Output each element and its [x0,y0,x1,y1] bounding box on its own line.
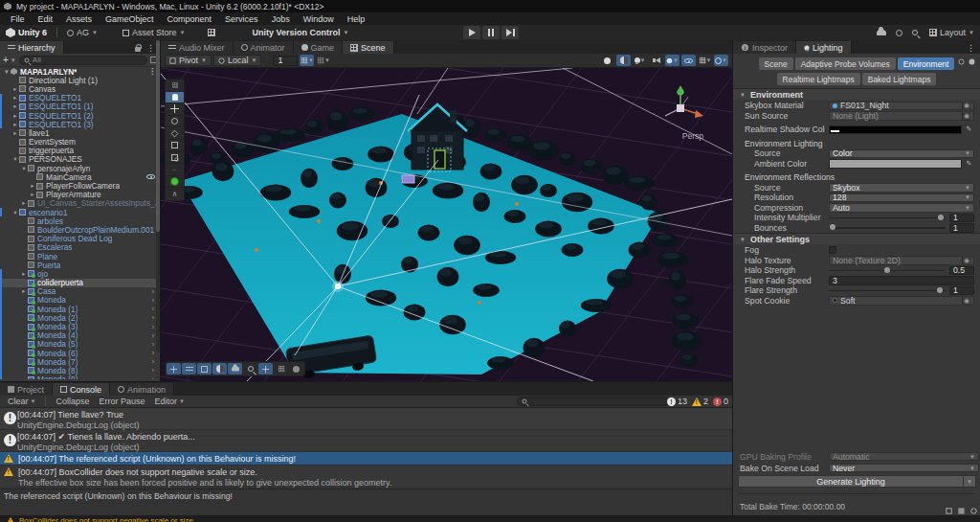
hierarchy-item[interactable]: EventSystem [0,138,160,147]
hierarchy-item[interactable]: ▸UI_Canvas_StarterAssetsInputs_Joysti [0,199,160,208]
add-gameobject-button[interactable]: +▼ [3,55,16,65]
hierarchy-item[interactable]: Moneda (9)› [0,375,160,379]
error-pause-button[interactable]: Error Pause [96,397,149,407]
pivot-dropdown[interactable]: Pivot ▼ [165,55,212,66]
hierarchy-item[interactable]: Moneda (8)› [0,366,160,374]
2d-toggle-icon[interactable] [616,55,631,66]
shading-mode-icon[interactable] [600,55,614,66]
hierarchy-item[interactable]: Plane [0,252,160,261]
other-settings-header[interactable]: ▾Other Settings [733,234,980,244]
kebab-menu-icon[interactable]: ⋮ [967,43,975,53]
hierarchy-item[interactable]: Moneda (4)› [0,331,160,340]
mode-tab-baked-lightmaps[interactable]: Baked Lightmaps [862,73,937,85]
console-message[interactable]: [00:44:07] The referenced script (Unknow… [0,452,732,465]
grid-size-field[interactable]: 1 [273,56,298,66]
eyedropper-icon[interactable]: ✎ [964,159,974,169]
view-hand-tool[interactable] [166,92,184,104]
layout-dropdown[interactable]: Layout ▼ [927,26,976,39]
orientation-gizmo[interactable] [656,83,705,133]
expand-arrow-icon[interactable]: ▸ [29,191,36,198]
object-picker-icon[interactable]: ◉ [962,102,970,110]
console-message[interactable]: ![00:44:07] ✔ Tienes la llave. Abriendo … [0,430,732,452]
console-message[interactable]: ![00:44:07] Tiene llave? TrueUnityEngine… [0,408,732,430]
generate-lighting-button[interactable]: Generate Lighting [738,475,964,488]
overlay-move-icon[interactable] [167,363,181,374]
search-icon[interactable] [912,30,918,35]
hierarchy-item[interactable]: Moneda (6)› [0,349,160,357]
overlay-image-icon[interactable] [197,363,212,374]
transform-tool[interactable] [166,152,184,165]
expand-arrow-icon[interactable]: ▾ [11,155,19,163]
account-button[interactable]: AG ▼ [61,26,103,39]
asset-store-button[interactable]: Asset Store ▼ [117,26,190,39]
expand-arrow-icon[interactable]: ▸ [11,102,19,110]
unity-hub-button[interactable]: Unity 6 [0,26,53,39]
tab-hierarchy[interactable]: Hierarchy [0,41,64,54]
expand-arrow-icon[interactable]: ▸ [20,287,28,295]
mode-tab-environment[interactable]: Environment [898,57,955,70]
menu-component[interactable]: Component [161,14,219,24]
version-control-button[interactable]: Unity Version Control ▼ [246,26,354,39]
hierarchy-item[interactable]: Moneda (1)› [0,305,160,313]
gizmo-persp-label[interactable]: Persp [682,131,703,141]
hierarchy-item[interactable]: ▸ESQUELETO1 (3) [0,120,160,128]
snap-increment-toggle[interactable]: ▼ [316,55,330,66]
bake-on-scene-load-dropdown[interactable]: Never▼ [829,464,979,473]
available-tools-button[interactable]: ∙∙ [166,164,184,176]
tab-lighting[interactable]: Lighting [796,41,852,54]
tab-inspector[interactable]: i Inspector [733,41,796,54]
menu-services[interactable]: Services [218,14,265,24]
bounces-slider[interactable]: 1 [829,223,974,233]
camera-settings-dropdown[interactable]: ▼ [714,55,728,66]
log-count[interactable]: !13 [667,397,687,406]
kebab-menu-icon[interactable]: ⋮ [148,67,156,76]
hierarchy-item[interactable]: Moneda (2)› [0,313,160,322]
sun-source-object-field[interactable]: None (Light)◉ [829,111,974,121]
undo-history-icon[interactable] [896,30,902,36]
tab-project[interactable]: Project [0,383,53,396]
hierarchy-item[interactable]: ▾escenario1 [0,208,160,216]
menu-file[interactable]: File [4,14,32,24]
hierarchy-search-input[interactable]: All [19,56,147,65]
menu-window[interactable]: Window [297,14,341,24]
overlay-grid-icon[interactable] [274,363,288,374]
spot-cookie-object-field[interactable]: Soft◉ [829,296,974,306]
prefab-open-chevron[interactable]: › [152,324,154,330]
help-icon[interactable] [959,59,965,65]
prefab-open-chevron[interactable]: › [152,297,154,304]
flare-strength-slider[interactable]: 1 [829,286,974,296]
kebab-menu-icon[interactable]: ⋮ [146,43,155,53]
mode-tab-adaptive-probe-volumes[interactable]: Adaptive Probe Volumes [795,57,896,70]
mode-tab-realtime-lightmaps[interactable]: Realtime Lightmaps [777,73,860,85]
visibility-eye-icon[interactable] [146,174,155,179]
warning-count[interactable]: 2 [692,397,708,406]
halo-texture-object-field[interactable]: None (Texture 2D)◉ [829,256,974,265]
source-dropdown[interactable]: Skybox▼ [829,183,974,193]
resolution-dropdown[interactable]: 128▼ [829,193,974,203]
hierarchy-item[interactable]: ▸Casa› [0,287,160,296]
mode-tab-scene[interactable]: Scene [759,57,793,70]
realtime-shadow-color-color-swatch[interactable] [829,125,962,135]
menu-jobs[interactable]: Jobs [265,14,297,24]
menu-edit[interactable]: Edit [32,14,60,24]
lock-icon[interactable] [135,47,141,52]
expand-arrow-icon[interactable]: ▾ [20,165,28,172]
overlay-layers-icon[interactable] [182,363,196,374]
expand-arrow-icon[interactable]: ▸ [11,112,19,120]
visibility-toggle-icon[interactable] [681,55,696,66]
expand-arrow-icon[interactable]: ▸ [29,182,36,190]
refresh-icon[interactable] [970,508,976,513]
expand-arrow-icon[interactable]: ▸ [11,85,19,93]
intensity-multiplier-slider[interactable]: 1 [829,214,974,223]
console-message[interactable]: [00:44:07] BoxCollider does not support … [0,465,732,488]
grid-snap-toggle[interactable]: ▼ [300,55,314,66]
skybox-material-object-field[interactable]: FS013_Night◉ [829,102,974,111]
error-count[interactable]: !0 [713,397,728,406]
clear-button[interactable]: Clear▼ [4,397,39,407]
expand-arrow-icon[interactable]: ▸ [11,129,19,137]
hierarchy-item[interactable]: Puerta [0,261,160,269]
bake-icon[interactable] [958,508,964,513]
hierarchy-item[interactable]: Escaleras [0,243,160,252]
play-button[interactable] [463,26,480,39]
audio-toggle-icon[interactable] [649,55,663,66]
